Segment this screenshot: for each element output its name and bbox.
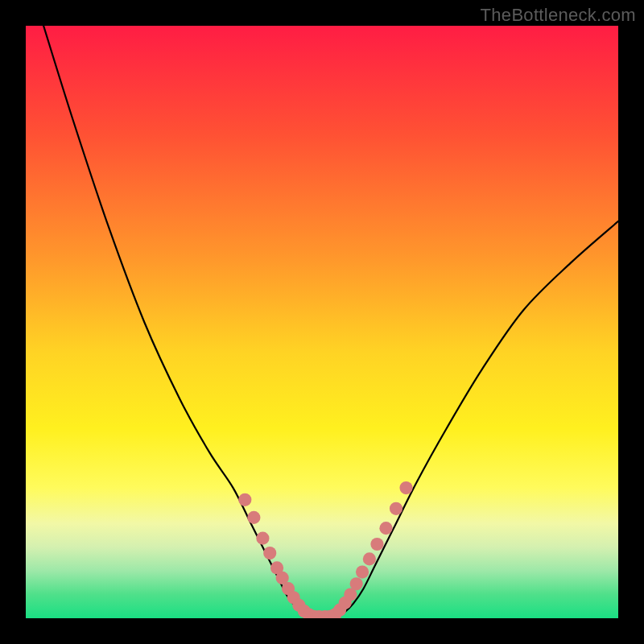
- marker-left-cluster: [256, 532, 269, 545]
- curves-layer: [43, 26, 618, 617]
- chart-svg: [26, 26, 618, 618]
- marker-right-cluster: [379, 522, 392, 535]
- outer-frame: TheBottleneck.com: [0, 0, 644, 644]
- marker-right-cluster: [350, 577, 363, 590]
- marker-left-cluster: [263, 547, 276, 559]
- marker-right-cluster: [356, 565, 369, 578]
- watermark-text: TheBottleneck.com: [481, 5, 636, 26]
- series-right-curve: [336, 221, 618, 617]
- plot-area: [26, 26, 618, 618]
- marker-left-cluster: [238, 493, 251, 506]
- marker-right-cluster: [399, 481, 412, 494]
- marker-right-cluster: [363, 552, 376, 565]
- markers-layer: [238, 481, 412, 618]
- series-left-curve: [43, 26, 308, 617]
- marker-right-cluster: [370, 538, 383, 551]
- marker-right-cluster: [390, 502, 402, 515]
- marker-left-cluster: [247, 511, 260, 524]
